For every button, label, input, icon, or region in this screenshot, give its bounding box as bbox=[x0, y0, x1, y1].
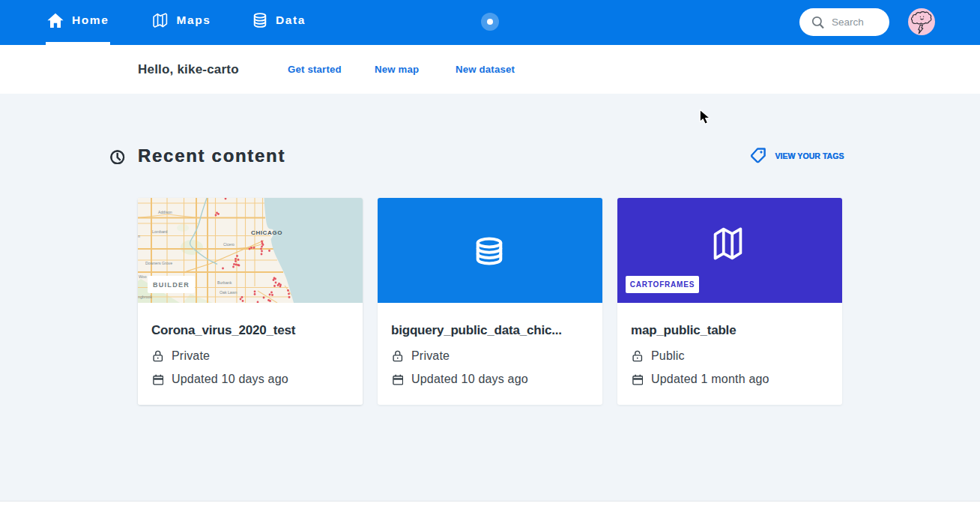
svg-text:ngbrook: ngbrook bbox=[138, 295, 152, 299]
svg-text:Oak Lawn: Oak Lawn bbox=[220, 290, 237, 295]
svg-text:Addison: Addison bbox=[158, 210, 172, 214]
svg-text:n: n bbox=[138, 234, 140, 238]
svg-text:Lombard: Lombard bbox=[152, 229, 168, 234]
svg-text:CHICAGO: CHICAGO bbox=[251, 229, 282, 236]
svg-text:Burbank: Burbank bbox=[217, 280, 232, 285]
svg-text:Cicero: Cicero bbox=[223, 242, 235, 247]
svg-text:Woo: Woo bbox=[139, 274, 147, 279]
svg-text:Downers Grove: Downers Grove bbox=[145, 261, 172, 265]
